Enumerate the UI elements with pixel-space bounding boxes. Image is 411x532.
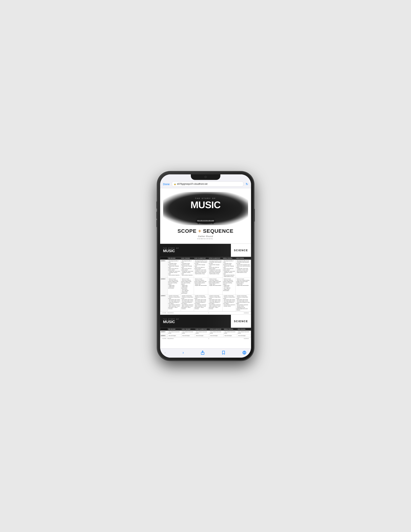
lesson-label: LESSON 4 bbox=[160, 331, 168, 334]
th-high: HIGH SCHOOL bbox=[236, 257, 251, 260]
homeschool-text: HOMESCHOOL bbox=[198, 238, 214, 240]
gather-round-text: Gather Round bbox=[198, 235, 213, 237]
plus-word: + bbox=[198, 228, 203, 234]
footer-right-1: SCIENCE bbox=[244, 312, 249, 314]
th-upper-elem: UPPER ELEMENTARY bbox=[208, 257, 223, 260]
science-badge-2: SCIENCE bbox=[231, 315, 251, 328]
music-hero: ♩♫♪ THE STORY OF MUSIC bbox=[163, 192, 248, 225]
header-sub-1: THE STORY OF bbox=[163, 247, 179, 249]
table-cell: Neurological benefits of musicFrontal lo… bbox=[223, 260, 236, 278]
th2-high: HIGH SCHOOL bbox=[237, 328, 251, 331]
table-cell: Neurological benefits of musicFrontal lo… bbox=[208, 260, 223, 278]
header-sub-2: THE STORY OF bbox=[163, 318, 179, 320]
science-text-1: SCIENCE bbox=[234, 249, 248, 252]
phone-camera bbox=[204, 176, 207, 178]
bookmarks-button[interactable] bbox=[220, 350, 227, 355]
table-cell: How medieval instruments worked bbox=[209, 331, 223, 334]
share-button[interactable] bbox=[199, 350, 206, 355]
table-cell: Neurological benefits of musicFrontal lo… bbox=[236, 260, 251, 278]
scope-table-1: PRE-READER EARLY READER EARLY ELEMENTARY… bbox=[160, 257, 251, 312]
th2-upper-elem: UPPER ELEMENTARY bbox=[209, 328, 223, 331]
table-cell: Invention of instrumentsThickness of str… bbox=[194, 295, 208, 312]
table-cell: How medieval instruments worked bbox=[181, 331, 195, 334]
page-footer-2: SCOPE + SEQUENCE 3 SCIENCE bbox=[160, 337, 251, 340]
table-cell: Science of soundVocal cords: vibrate to … bbox=[223, 278, 236, 295]
footer-center-2: 3 bbox=[208, 338, 209, 339]
table-cell: Invention of instrumentsThickness of str… bbox=[181, 295, 194, 312]
table-cell: New technologies bbox=[168, 334, 181, 337]
table-cell: New technologies bbox=[181, 334, 195, 337]
page-header-1: THE STORY OF MUSIC SCIENCE bbox=[160, 244, 251, 257]
scope-sequence-title: SCOPE + SEQUENCE bbox=[163, 228, 248, 234]
tabs-button[interactable] bbox=[241, 350, 248, 355]
footer-left-1: SCOPE + SEQUENCE bbox=[162, 312, 174, 314]
th-early-elem: EARLY ELEMENTARY bbox=[194, 257, 208, 260]
back-button[interactable]: ‹ bbox=[163, 350, 167, 355]
tabs-icon bbox=[242, 351, 246, 355]
scope-table-2: PRE-READER EARLY READER EARLY ELEMENTARY… bbox=[160, 328, 251, 337]
footer-right-2: SCIENCE bbox=[244, 338, 249, 339]
science-text-2: SCIENCE bbox=[234, 320, 248, 323]
page-footer-1: SCOPE + SEQUENCE 2 SCIENCE bbox=[160, 312, 251, 314]
footer-center-1: 2 bbox=[208, 312, 209, 314]
th-early-reader: EARLY READER bbox=[181, 257, 194, 260]
music-title: MUSIC bbox=[167, 200, 244, 210]
browser-content[interactable]: ♩♫♪ THE STORY OF MUSIC bbox=[160, 188, 251, 348]
table-page-1: THE STORY OF MUSIC SCIENCE PRE-READER EA… bbox=[160, 243, 251, 314]
scope-word: SCOPE bbox=[178, 228, 198, 234]
th-lesson bbox=[160, 257, 168, 260]
table-cell: Science of soundVocal cords: vibrate to … bbox=[181, 278, 194, 295]
th2-lesson bbox=[160, 328, 168, 331]
table-cell: Science of soundVocal cords: vibrate to … bbox=[168, 278, 181, 295]
table-cell: Science of soundVocal cords: vibrate to … bbox=[236, 278, 251, 295]
refresh-button[interactable]: ↻ bbox=[246, 182, 248, 186]
table-cell: Invention of instrumentsThickness of str… bbox=[208, 295, 223, 312]
table-cell: Invention of instrumentsThickness of str… bbox=[236, 295, 251, 312]
forward-button[interactable]: › bbox=[181, 350, 185, 355]
science-badge-1: SCIENCE bbox=[231, 244, 251, 257]
table-cell: Neurological benefits of musicFrontal lo… bbox=[181, 260, 194, 278]
header-music-1: MUSIC bbox=[163, 249, 179, 253]
th2-middle: MIDDLE SCHOOL bbox=[223, 328, 237, 331]
header-music-brand-2: THE STORY OF MUSIC bbox=[163, 318, 179, 324]
table-cell: Science of soundVocal cords: vibrate to … bbox=[208, 278, 223, 295]
share-icon bbox=[201, 351, 205, 355]
phone-screen: Done 🔒 d376ypjmeqo37r.cloudfront.net ↻ bbox=[160, 174, 251, 358]
browser-nav: Done 🔒 d376ypjmeqo37r.cloudfront.net ↻ bbox=[163, 181, 248, 187]
table-cell: Science of soundVocal cords: vibrate to … bbox=[194, 278, 208, 295]
gather-round-logo: Gather Round HOMESCHOOL bbox=[163, 235, 248, 240]
lesson-label: LESSON 5 bbox=[160, 334, 168, 337]
table-cell: How medieval instruments worked bbox=[223, 331, 237, 334]
the-story-of-text: THE STORY OF bbox=[167, 198, 244, 199]
lesson-label: LESSON 3 bbox=[160, 295, 168, 312]
table-cell: New technologies bbox=[195, 334, 209, 337]
lock-icon: 🔒 bbox=[174, 183, 176, 185]
th-middle: MIDDLE SCHOOL bbox=[223, 257, 236, 260]
table-cell: New technologies bbox=[237, 334, 251, 337]
browser-toolbar: ‹ › bbox=[160, 348, 251, 358]
table-cell: How medieval instruments worked bbox=[195, 331, 209, 334]
bookmarks-icon bbox=[221, 351, 226, 355]
lesson-label: LESSON 1 bbox=[160, 260, 168, 278]
url-text: d376ypjmeqo37r.cloudfront.net bbox=[177, 183, 207, 185]
header-music-2: MUSIC bbox=[163, 320, 179, 324]
th2-pre-reader: PRE-READER bbox=[168, 328, 181, 331]
table-cell: Invention of instrumentsThickness of str… bbox=[168, 295, 181, 312]
table-cell: Neurological benefits of musicFrontal lo… bbox=[194, 260, 208, 278]
footer-left-2: SCOPE + SEQUENCE bbox=[162, 338, 174, 339]
lesson-label: LESSON 2 bbox=[160, 278, 168, 295]
table-cell: New technologies bbox=[223, 334, 237, 337]
table-cell: Invention of instrumentsThickness of str… bbox=[223, 295, 236, 312]
table-page-2: THE STORY OF MUSIC SCIENCE PRE-READER EA… bbox=[160, 314, 251, 340]
th2-early-elem: EARLY ELEMENTARY bbox=[195, 328, 209, 331]
page-header-2: THE STORY OF MUSIC SCIENCE bbox=[160, 315, 251, 328]
header-music-brand: THE STORY OF MUSIC bbox=[163, 247, 179, 253]
table-cell: How medieval instruments worked bbox=[168, 331, 181, 334]
sequence-word: SEQUENCE bbox=[203, 228, 233, 234]
done-button[interactable]: Done bbox=[163, 182, 170, 186]
phone-notch bbox=[191, 174, 220, 180]
cover-page: ♩♫♪ THE STORY OF MUSIC bbox=[160, 188, 251, 243]
table-cell: Neurological benefits of musicFrontal lo… bbox=[168, 260, 181, 278]
hero-text: THE STORY OF MUSIC bbox=[167, 198, 244, 210]
url-bar[interactable]: 🔒 d376ypjmeqo37r.cloudfront.net bbox=[172, 181, 243, 187]
